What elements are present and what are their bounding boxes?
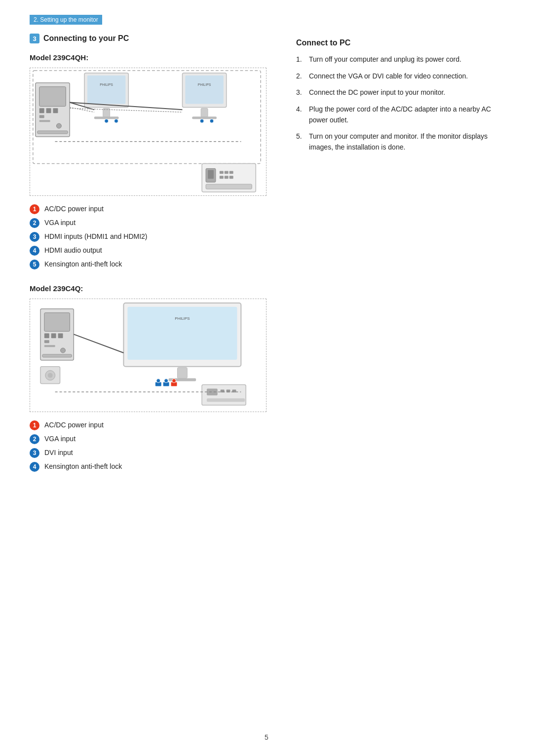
svg-rect-34 [229,171,233,174]
step-num-4: 4. [296,104,307,115]
svg-rect-1 [39,87,66,107]
svg-text:PHILIPS: PHILIPS [100,83,113,86]
svg-line-56 [74,334,123,353]
svg-rect-65 [207,398,245,402]
left-column: 3 Connecting to your PC Model 239C4QH: [30,34,266,487]
bullet-num-3: 3 [30,232,39,242]
bullet-text-1: AC/DC power input [44,204,104,214]
step-text-1: Turn off your computer and unplug its po… [309,54,461,65]
model1-bullet-1: 1 AC/DC power input [30,204,266,214]
svg-rect-47 [42,354,72,357]
svg-rect-35 [220,176,224,179]
svg-rect-41 [44,333,49,338]
bullet-num-2: 2 [30,218,39,228]
svg-rect-54 [177,368,187,378]
connect-step-2: 2. Connect the VGA or DVI cable for vide… [296,71,503,82]
model1-bullet-list: 1 AC/DC power input 2 VGA input 3 HDMI i… [30,204,266,269]
connect-step-5: 5. Turn on your computer and monitor. If… [296,131,503,152]
page-container: 2. Setting up the monitor 3 Connecting t… [0,0,533,756]
model2-bullet-text-2: VGA input [44,434,76,444]
section-3-title: 3 Connecting to your PC [30,34,266,43]
svg-rect-37 [229,176,233,179]
connect-steps-list: 1. Turn off your computer and unplug its… [296,54,503,153]
svg-rect-40 [44,313,70,332]
model2-diagram: PHILIPS [30,299,266,412]
main-layout: 3 Connecting to your PC Model 239C4QH: [30,34,503,487]
svg-rect-17 [201,108,208,117]
bullet-num-5: 5 [30,260,39,269]
bullet-text-4: HDMI audio output [44,245,102,256]
svg-rect-32 [220,171,224,174]
section-header: 2. Setting up the monitor [30,15,102,25]
model2-bullet-num-4: 4 [30,462,39,472]
step-text-4: Plug the power cord of the AC/DC adapter… [309,104,503,125]
connect-step-3: 3. Connect the DC power input to your mo… [296,87,503,98]
svg-rect-18 [192,116,217,119]
model1-diagram: PHILIPS PHILIPS [30,68,266,196]
svg-rect-13 [94,116,119,119]
connect-to-pc-title: Connect to PC [296,38,503,47]
model1-bullet-5: 5 Kensington anti-theft lock [30,259,266,269]
model2-bullet-text-4: Kensington anti-theft lock [44,461,122,472]
svg-point-69 [172,379,176,383]
svg-rect-31 [208,170,214,179]
step-num-5: 5. [296,131,307,142]
svg-point-26 [114,119,118,123]
page-number: 5 [265,733,268,741]
svg-rect-43 [58,333,63,338]
connect-step-4: 4. Plug the power cord of the AC/DC adap… [296,104,503,125]
svg-line-21 [70,107,94,112]
connect-step-1: 1. Turn off your computer and unplug its… [296,54,503,65]
svg-point-67 [156,379,160,383]
svg-rect-10 [87,76,125,104]
svg-text:PHILIPS: PHILIPS [175,316,190,321]
section-number-badge: 3 [30,34,39,43]
svg-point-46 [61,348,66,353]
model2-bullet-text-1: AC/DC power input [44,420,104,430]
section-header-text: 2. Setting up the monitor [34,16,98,23]
section-title-text: Connecting to your PC [43,34,129,43]
model1-bullet-3: 3 HDMI inputs (HDMI1 and HDMI2) [30,231,266,242]
svg-point-68 [164,379,168,383]
svg-rect-4 [53,108,58,113]
svg-rect-5 [39,115,44,118]
model2-title: Model 239C4Q: [30,284,266,293]
model2-bullet-3: 3 DVI input [30,448,266,458]
step-text-2: Connect the VGA or DVI cable for video c… [309,71,468,82]
model2-bullet-2: 2 VGA input [30,434,266,444]
step-num-2: 2. [296,71,307,82]
svg-rect-2 [39,108,44,113]
svg-point-28 [210,119,214,123]
step-text-3: Connect the DC power input to your monit… [309,87,445,98]
model2-diagram-svg: PHILIPS [30,299,266,412]
model1-title: Model 239C4QH: [30,53,266,62]
svg-rect-52 [127,307,237,360]
svg-point-25 [105,119,109,123]
model2-bullet-text-3: DVI input [44,448,73,458]
model1-bullet-2: 2 VGA input [30,218,266,228]
svg-rect-15 [185,76,223,104]
svg-rect-8 [38,131,68,134]
model2-bullet-1: 1 AC/DC power input [30,420,266,430]
svg-rect-44 [44,340,49,343]
model2-bullet-4: 4 Kensington anti-theft lock [30,461,266,472]
bullet-text-5: Kensington anti-theft lock [44,259,122,269]
svg-point-50 [48,373,53,378]
right-column: Connect to PC 1. Turn off your computer … [296,34,503,159]
svg-rect-6 [39,120,50,122]
bullet-num-4: 4 [30,246,39,256]
svg-rect-36 [225,176,228,179]
svg-rect-33 [225,171,228,174]
bullet-num-1: 1 [30,204,39,214]
model2-bullet-num-1: 1 [30,420,39,430]
svg-point-27 [200,119,204,123]
svg-rect-38 [206,184,252,189]
svg-rect-3 [46,108,51,113]
svg-text:PHILIPS: PHILIPS [198,83,211,86]
bullet-text-3: HDMI inputs (HDMI1 and HDMI2) [44,231,148,242]
model2-bullet-num-3: 3 [30,448,39,458]
step-num-1: 1. [296,54,307,65]
svg-rect-45 [44,345,55,347]
step-num-3: 3. [296,87,307,98]
svg-point-7 [56,123,61,128]
